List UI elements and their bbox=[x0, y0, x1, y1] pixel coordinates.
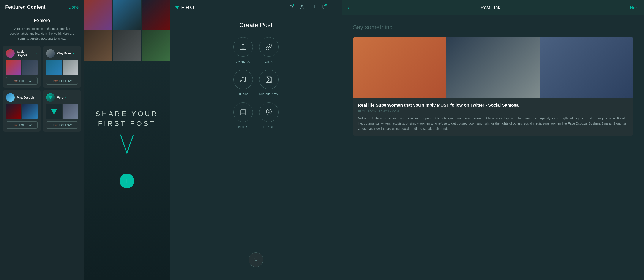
share-collage bbox=[84, 0, 170, 61]
account-images-zack bbox=[6, 60, 38, 75]
postlink-title: Post Link bbox=[354, 5, 626, 10]
movie-icon-circle bbox=[259, 70, 278, 89]
verified-icon-zack: ✓ bbox=[36, 52, 38, 55]
follow-button-vero[interactable]: +👓 FOLLOW bbox=[46, 121, 78, 129]
link-label: LINK bbox=[265, 60, 273, 63]
follow-plus-icon: +👓 bbox=[12, 79, 18, 83]
nav-icons bbox=[289, 5, 337, 11]
link-preview-title: Real life Superwomen that you simply MUS… bbox=[358, 102, 628, 108]
svg-rect-9 bbox=[266, 77, 272, 83]
vero-v-arrow-icon bbox=[119, 132, 134, 156]
profile-icon[interactable] bbox=[300, 5, 304, 11]
share-content: SHARE YOUR FIRST POST + bbox=[96, 109, 158, 189]
account-card-zack: Zack Snyder ✓ +👓 FOLLOW bbox=[3, 46, 40, 88]
place-icon-circle bbox=[259, 102, 278, 122]
close-post-button[interactable]: × bbox=[248, 252, 263, 267]
account-image bbox=[22, 60, 38, 75]
link-preview-card: Real life Superwomen that you simply MUS… bbox=[353, 37, 633, 135]
create-post-title: Create Post bbox=[239, 15, 272, 37]
collage-cell bbox=[84, 31, 112, 61]
vero-logo: ERO bbox=[175, 5, 195, 11]
avatar-vero bbox=[46, 93, 55, 102]
follow-button-clay[interactable]: +👓 FOLLOW bbox=[46, 77, 78, 85]
create-option-book[interactable]: BOOK bbox=[233, 102, 253, 129]
share-panel: SHARE YOUR FIRST POST + bbox=[84, 0, 170, 280]
featured-content-panel: Featured Content Done Explore Vero is ho… bbox=[0, 0, 84, 280]
account-card-clay: Clay Enos ✓ +👓 FOLLOW bbox=[43, 46, 81, 88]
svg-point-6 bbox=[242, 46, 244, 48]
account-name-clay: Clay Enos bbox=[57, 52, 72, 55]
link-preview-images bbox=[353, 37, 633, 98]
svg-point-7 bbox=[240, 80, 242, 82]
verified-icon-clay: ✓ bbox=[72, 52, 75, 55]
post-link-panel: ‹ Post Link Next Say something... Real l… bbox=[342, 0, 644, 280]
book-label: BOOK bbox=[238, 125, 248, 129]
account-image bbox=[6, 104, 21, 119]
svg-point-17 bbox=[268, 111, 270, 112]
music-label: MUSIC bbox=[238, 93, 248, 96]
follow-button-max[interactable]: +👓 FOLLOW bbox=[6, 121, 38, 129]
verified-icon-max: ✓ bbox=[35, 96, 37, 99]
link-icon-circle bbox=[259, 37, 278, 57]
share-plus-button[interactable]: + bbox=[120, 174, 134, 188]
explore-heading: Explore bbox=[9, 18, 75, 23]
music-icon-circle bbox=[233, 70, 253, 89]
camera-icon-circle bbox=[233, 37, 253, 57]
place-icon bbox=[266, 109, 272, 116]
accounts-grid: Zack Snyder ✓ +👓 FOLLOW Clay Enos ✓ bbox=[0, 46, 84, 132]
follow-plus-icon: +👓 bbox=[52, 123, 58, 127]
next-button[interactable]: Next bbox=[630, 5, 639, 10]
create-option-camera[interactable]: CAMERA bbox=[233, 37, 253, 63]
message-icon[interactable] bbox=[332, 5, 337, 11]
preview-image-3 bbox=[540, 37, 633, 98]
avatar-clay bbox=[46, 49, 55, 58]
follow-plus-icon: +👓 bbox=[52, 79, 58, 83]
collage-cell bbox=[113, 31, 141, 61]
place-label: PLACE bbox=[263, 125, 275, 129]
account-header: Max Joseph ✓ bbox=[6, 93, 38, 102]
postlink-body: Say something... Real life Superwomen th… bbox=[342, 15, 644, 280]
account-image bbox=[22, 104, 38, 119]
link-preview-source: FROM SOCIALSAMOSA.COM bbox=[358, 110, 628, 113]
create-option-movie[interactable]: MOVIE / TV bbox=[259, 70, 278, 96]
follow-button-zack[interactable]: +👓 FOLLOW bbox=[6, 77, 38, 85]
done-button[interactable]: Done bbox=[68, 5, 79, 10]
layout-icon[interactable] bbox=[310, 5, 315, 11]
movie-icon bbox=[266, 76, 272, 83]
explore-description: Vero is home to some of the most creativ… bbox=[9, 26, 75, 41]
avatar-zack bbox=[6, 49, 15, 58]
back-button[interactable]: ‹ bbox=[347, 4, 349, 11]
create-post-panel: Create Post CAMERA bbox=[170, 15, 342, 280]
account-image bbox=[6, 60, 21, 75]
create-option-place[interactable]: PLACE bbox=[259, 102, 278, 129]
collage-cell bbox=[142, 0, 170, 30]
link-icon bbox=[266, 44, 272, 50]
link-preview-description: Not only do these social media superwome… bbox=[358, 116, 628, 131]
account-header: Vero ✓ bbox=[46, 93, 78, 102]
search-icon[interactable] bbox=[289, 5, 294, 11]
share-title: SHARE YOUR FIRST POST bbox=[96, 109, 158, 128]
featured-header: Featured Content Done bbox=[0, 0, 84, 14]
collage-cell bbox=[113, 0, 141, 30]
vero-triangle-icon bbox=[175, 6, 179, 9]
account-card-vero: Vero ✓ +👓 FOLLOW bbox=[43, 90, 81, 132]
link-preview-content: Real life Superwomen that you simply MUS… bbox=[353, 98, 633, 135]
collage-cell bbox=[84, 0, 112, 30]
bell-icon[interactable] bbox=[321, 5, 326, 11]
explore-section: Explore Vero is home to some of the most… bbox=[0, 14, 84, 46]
account-images-vero bbox=[46, 104, 78, 119]
create-option-music[interactable]: MUSIC bbox=[233, 70, 253, 96]
account-name-zack: Zack Snyder bbox=[17, 50, 34, 57]
account-header: Clay Enos ✓ bbox=[46, 49, 78, 58]
say-something-placeholder[interactable]: Say something... bbox=[353, 24, 633, 31]
verified-icon-vero: ✓ bbox=[64, 96, 67, 99]
movie-label: MOVIE / TV bbox=[259, 93, 278, 96]
svg-point-0 bbox=[290, 5, 292, 8]
create-option-link[interactable]: LINK bbox=[259, 37, 278, 63]
svg-line-1 bbox=[292, 8, 293, 9]
account-image bbox=[62, 104, 78, 119]
account-images-max bbox=[6, 104, 38, 119]
preview-image-1 bbox=[353, 37, 446, 98]
vero-navbar: ERO bbox=[170, 0, 342, 15]
book-icon bbox=[240, 109, 246, 116]
